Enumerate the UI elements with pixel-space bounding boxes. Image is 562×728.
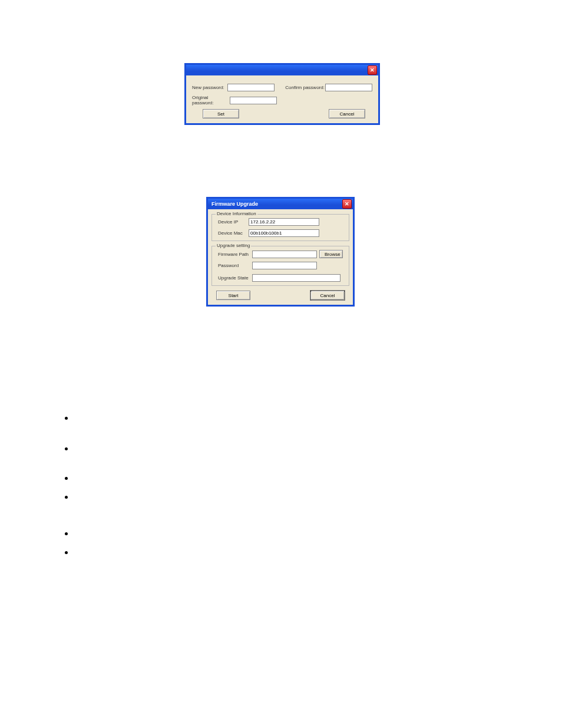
original-password-label: Original password: [192,95,230,106]
bullet-item [65,493,75,502]
cancel-button[interactable]: Cancel [310,291,345,300]
new-password-field[interactable] [227,84,275,91]
password-dialog-button-row: Set Cancel [192,109,372,118]
password-dialog-window: ✕ New password: Confirm password: Origin… [184,63,380,125]
browse-button[interactable]: Browse [319,250,343,258]
device-info-legend: Device Information [216,211,257,216]
password-dialog-content: New password: Confirm password: Original… [186,75,378,123]
bullet-list [65,414,75,557]
original-password-field[interactable] [230,97,277,104]
password-label: Password [218,263,252,268]
cancel-button[interactable]: Cancel [329,109,365,118]
device-ip-field[interactable] [249,218,319,226]
row-password: Password [218,262,345,269]
page-root: ✕ New password: Confirm password: Origin… [0,0,562,728]
bullet-item [65,414,75,423]
bullet-item [65,445,75,453]
firmware-path-field[interactable] [252,251,317,258]
close-icon[interactable]: ✕ [368,65,377,75]
row-new-password: New password: Confirm password: [192,84,372,91]
confirm-password-label: Confirm password: [285,85,325,90]
row-device-mac: Device Mac [218,229,345,237]
firmware-title: Firmware Upgrade [209,201,258,207]
firmware-titlebar: Firmware Upgrade ✕ [208,199,353,209]
upgrade-state-label: Upgrade State [218,275,252,281]
firmware-button-row: Start Cancel [216,291,345,300]
bullet-item [65,549,75,557]
bullet-item [65,530,75,538]
device-info-fieldset: Device Information Device IP Device Mac [211,214,349,241]
password-dialog-titlebar: ✕ [186,65,378,75]
close-icon[interactable]: ✕ [342,199,352,209]
row-original-password: Original password: [192,95,372,106]
firmware-upgrade-window: Firmware Upgrade ✕ Device Information De… [206,197,355,307]
row-firmware-path: Firmware Path Browse [218,250,345,258]
confirm-password-field[interactable] [325,84,372,91]
device-mac-field[interactable] [249,229,319,237]
device-mac-label: Device Mac [218,230,249,236]
new-password-label: New password: [192,85,227,90]
start-button[interactable]: Start [216,291,250,300]
upgrade-setting-fieldset: Upgrade setting Firmware Path Browse Pas… [211,246,349,286]
firmware-content: Device Information Device IP Device Mac … [208,209,353,305]
firmware-path-label: Firmware Path [218,252,252,257]
set-button[interactable]: Set [203,109,239,118]
password-field[interactable] [252,262,317,269]
row-device-ip: Device IP [218,218,345,226]
upgrade-state-field[interactable] [252,274,340,282]
device-ip-label: Device IP [218,219,249,225]
row-upgrade-state: Upgrade State [218,274,345,282]
upgrade-setting-legend: Upgrade setting [216,243,251,248]
bullet-item [65,475,75,483]
